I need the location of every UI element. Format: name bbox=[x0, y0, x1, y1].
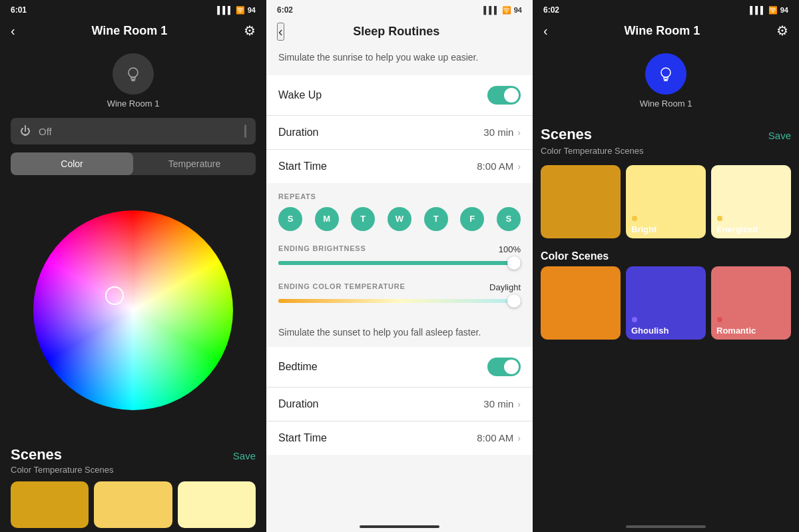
right-scene-ghoulish[interactable]: Ghoulish bbox=[626, 266, 706, 340]
right-home-indicator bbox=[626, 525, 706, 528]
middle-bedtime-label: Bedtime bbox=[278, 361, 318, 373]
svg-rect-5 bbox=[664, 77, 668, 79]
middle-color-temp-label: ENDING COLOR TEMPERATURE bbox=[278, 282, 405, 292]
right-color-scenes-row: Ghoulish Romantic bbox=[533, 266, 799, 340]
right-back-button[interactable]: ‹ bbox=[543, 23, 548, 39]
middle-battery: 94 bbox=[514, 6, 522, 14]
left-scenes-save[interactable]: Save bbox=[233, 450, 256, 461]
right-bright-label: Bright bbox=[631, 224, 657, 234]
left-tab-bar: Color Temperature bbox=[11, 152, 256, 175]
middle-bedtime-toggle[interactable] bbox=[487, 358, 521, 376]
day-friday[interactable]: F bbox=[460, 207, 484, 231]
right-bright-dot bbox=[632, 216, 637, 221]
right-ghoulish-label: Ghoulish bbox=[631, 326, 668, 336]
right-scene-orange[interactable] bbox=[541, 266, 621, 340]
right-scene-bright[interactable]: Bright bbox=[626, 165, 706, 238]
middle-bedtime-row: Bedtime bbox=[266, 347, 533, 387]
left-status-bar: 6:01 ▌▌▌ 🛜 94 bbox=[0, 0, 266, 17]
right-device-section: Wine Room 1 bbox=[533, 47, 799, 118]
right-device-label: Wine Room 1 bbox=[640, 99, 692, 109]
right-time: 6:02 bbox=[543, 5, 559, 15]
middle-brightness-track[interactable] bbox=[278, 261, 521, 265]
left-scene-warm[interactable] bbox=[11, 481, 89, 528]
left-back-button[interactable]: ‹ bbox=[11, 23, 15, 39]
middle-bedtime-duration-row[interactable]: Duration 30 min › bbox=[266, 388, 533, 421]
middle-duration-row[interactable]: Duration 30 min › bbox=[266, 116, 533, 149]
middle-color-temp-track[interactable] bbox=[278, 299, 521, 303]
left-scene-light[interactable] bbox=[178, 481, 256, 528]
left-device-label: Wine Room 1 bbox=[107, 99, 160, 109]
middle-start-time-row[interactable]: Start Time 8:00 AM › bbox=[266, 150, 533, 183]
right-settings-icon[interactable]: ⚙ bbox=[776, 23, 788, 39]
left-color-wheel-section bbox=[0, 183, 266, 437]
left-signal-icon: ▌▌▌ bbox=[217, 6, 232, 14]
svg-point-0 bbox=[129, 68, 138, 77]
middle-color-temp-thumb[interactable] bbox=[507, 294, 521, 308]
right-scenes-header-section: Scenes Save Color Temperature Scenes bbox=[533, 118, 799, 165]
right-title: Wine Room 1 bbox=[624, 24, 700, 38]
middle-wifi-icon: 🛜 bbox=[502, 6, 511, 15]
right-scene-warm[interactable] bbox=[541, 165, 621, 238]
middle-back-button[interactable]: ‹ bbox=[277, 23, 284, 41]
day-tuesday[interactable]: T bbox=[351, 207, 375, 231]
left-power-icon: ⏻ bbox=[20, 125, 31, 137]
right-scenes-save[interactable]: Save bbox=[768, 130, 791, 141]
right-header: ‹ Wine Room 1 ⚙ bbox=[533, 17, 799, 47]
left-power-divider bbox=[244, 125, 246, 138]
left-scene-bright[interactable] bbox=[94, 481, 172, 528]
right-scenes-title: Scenes bbox=[541, 126, 592, 143]
middle-wakeup-desc: Simulate the sunrise to help you wake up… bbox=[266, 49, 533, 75]
left-power-bar[interactable]: ⏻ Off bbox=[11, 118, 256, 144]
middle-bedtime-start-row[interactable]: Start Time 8:00 AM › bbox=[266, 421, 533, 455]
right-energized-label: Energized bbox=[716, 224, 758, 234]
right-device-icon bbox=[645, 53, 686, 95]
left-scenes-subtitle: Color Temperature Scenes bbox=[11, 465, 256, 475]
middle-title: Sleep Routines bbox=[284, 25, 509, 39]
middle-wakeup-toggle[interactable] bbox=[487, 86, 521, 105]
tab-color[interactable]: Color bbox=[11, 152, 133, 175]
middle-repeats-days: S M T W T F S bbox=[278, 207, 521, 231]
middle-brightness-section: ENDING BRIGHTNESS 100% bbox=[266, 238, 533, 280]
day-wednesday[interactable]: W bbox=[388, 207, 411, 231]
middle-repeats-section: REPEATS S M T W T F S bbox=[266, 183, 533, 238]
right-status-bar: 6:02 ▌▌▌ 🛜 94 bbox=[533, 0, 799, 17]
right-battery: 94 bbox=[780, 6, 788, 14]
middle-start-value: 8:00 AM bbox=[477, 160, 513, 172]
middle-bedtime-start-label: Start Time bbox=[278, 432, 327, 444]
left-header: ‹ Wine Room 1 ⚙ bbox=[0, 17, 266, 47]
day-sunday[interactable]: S bbox=[278, 207, 302, 231]
left-panel: 6:01 ▌▌▌ 🛜 94 ‹ Wine Room 1 ⚙ Wine Room … bbox=[0, 0, 266, 532]
middle-brightness-label: ENDING BRIGHTNESS bbox=[278, 244, 366, 254]
middle-signal-icon: ▌▌▌ bbox=[483, 6, 499, 14]
right-energized-dot bbox=[717, 216, 722, 221]
middle-color-temp-value: Daylight bbox=[489, 282, 521, 292]
day-thursday[interactable]: T bbox=[424, 207, 448, 231]
left-color-cursor bbox=[105, 286, 124, 305]
right-scene-energized[interactable]: Energized bbox=[711, 165, 791, 238]
middle-bedtime-duration-chevron: › bbox=[517, 399, 521, 409]
left-device-icon bbox=[113, 53, 154, 95]
middle-start-label: Start Time bbox=[278, 160, 327, 172]
left-color-wheel[interactable] bbox=[33, 210, 233, 410]
tab-temperature[interactable]: Temperature bbox=[133, 152, 256, 175]
day-monday[interactable]: M bbox=[315, 207, 339, 231]
middle-duration-chevron: › bbox=[517, 127, 521, 138]
left-battery: 94 bbox=[248, 6, 256, 14]
right-panel: 6:02 ▌▌▌ 🛜 94 ‹ Wine Room 1 ⚙ Wine Room … bbox=[533, 0, 799, 532]
right-color-scenes-label: Color Scenes bbox=[533, 244, 799, 266]
middle-wakeup-row: Wake Up bbox=[266, 75, 533, 115]
right-scene-romantic[interactable]: Romantic bbox=[711, 266, 791, 340]
middle-start-chevron: › bbox=[517, 161, 521, 172]
left-settings-icon[interactable]: ⚙ bbox=[244, 23, 256, 39]
middle-bedtime-duration-label: Duration bbox=[278, 398, 318, 410]
middle-status-bar: 6:02 ▌▌▌ 🛜 94 bbox=[266, 0, 533, 17]
middle-repeats-label: REPEATS bbox=[278, 192, 521, 200]
middle-duration-label: Duration bbox=[278, 127, 318, 138]
middle-brightness-value: 100% bbox=[499, 244, 521, 254]
right-temp-scenes-row: Bright Energized bbox=[533, 165, 799, 238]
middle-time: 6:02 bbox=[277, 5, 293, 15]
middle-brightness-thumb[interactable] bbox=[507, 256, 521, 270]
day-saturday[interactable]: S bbox=[497, 207, 521, 231]
middle-header: ‹ Sleep Routines bbox=[266, 17, 533, 49]
left-scenes-title: Scenes bbox=[11, 446, 62, 463]
